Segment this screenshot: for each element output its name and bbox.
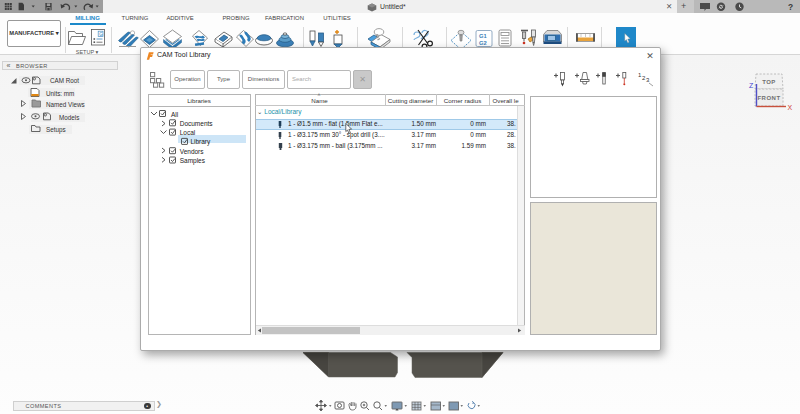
svg-text:Local: Local bbox=[179, 129, 195, 136]
svg-text:X: X bbox=[788, 104, 793, 111]
svg-text:?: ? bbox=[788, 2, 793, 12]
svg-text:CAM Root: CAM Root bbox=[50, 77, 79, 84]
svg-text:Units: mm: Units: mm bbox=[46, 90, 74, 97]
svg-text:Library: Library bbox=[190, 138, 211, 146]
svg-text:Z: Z bbox=[749, 82, 754, 89]
svg-text:TOP: TOP bbox=[762, 79, 776, 85]
svg-text:G1: G1 bbox=[479, 33, 488, 39]
svg-text:Vendors: Vendors bbox=[179, 148, 204, 155]
svg-text:Setups: Setups bbox=[46, 126, 66, 134]
svg-text:Models: Models bbox=[59, 114, 79, 121]
svg-text:Samples: Samples bbox=[179, 157, 205, 165]
svg-text:FRONT: FRONT bbox=[757, 95, 780, 101]
svg-text:Documents: Documents bbox=[179, 120, 213, 127]
svg-text:G: G bbox=[99, 32, 103, 37]
svg-text:Named Views: Named Views bbox=[46, 101, 85, 108]
svg-text:All: All bbox=[171, 111, 179, 118]
svg-text:3: 3 bbox=[646, 77, 650, 83]
svg-text:G2: G2 bbox=[479, 40, 487, 46]
